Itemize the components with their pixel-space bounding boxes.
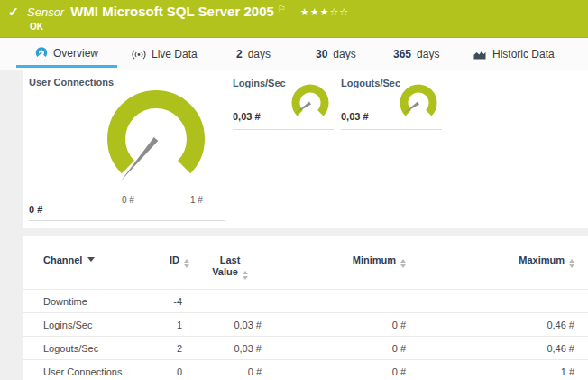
tab-historic-data[interactable]: Historic Data (473, 41, 555, 68)
tab-2-days[interactable]: 2 days (236, 41, 271, 68)
priority-flag-icon: ⚐ (278, 4, 286, 14)
mini-gauge-logouts-divider (341, 129, 442, 130)
tab-30-days-label: days (333, 48, 355, 60)
sort-icon (243, 271, 248, 280)
gauge-scale-min: 0 # (122, 195, 134, 205)
column-header-channel-label: Channel (43, 255, 82, 265)
stars-empty: ☆☆ (329, 6, 349, 17)
column-header-id-label: ID (170, 255, 179, 265)
cell-minimum: 0 # (271, 337, 415, 360)
sort-icon (184, 259, 189, 268)
page-title: WMI Microsoft SQL Server 2005 (70, 4, 274, 19)
channels-panel: Channel ID Last Value Minimum Maximum (23, 236, 588, 380)
sort-icon (569, 259, 574, 268)
sort-desc-icon (87, 257, 95, 262)
column-header-channel[interactable]: Channel (23, 246, 144, 290)
primary-gauge-divider (29, 220, 225, 221)
tab-365-days-label: days (417, 48, 439, 60)
table-row[interactable]: Logins/Sec 1 0,03 # 0 # 0,46 # (23, 313, 588, 337)
logouts-gauge (397, 83, 440, 123)
status-check-icon: ✓ (8, 5, 19, 19)
tab-2-days-number: 2 (236, 48, 243, 60)
mini-gauge-logins: Logins/Sec 0,03 # (233, 78, 334, 130)
cell-last-value: 0,03 # (189, 313, 271, 337)
mini-gauge-logins-divider (233, 129, 334, 130)
mini-gauge-logins-title: Logins/Sec (233, 78, 286, 88)
cell-maximum (415, 290, 588, 313)
cell-id: -4 (144, 290, 189, 313)
column-header-last-value[interactable]: Last Value (189, 246, 271, 290)
cell-minimum: 0 # (271, 360, 415, 380)
tab-live-data-label: Live Data (152, 48, 198, 60)
column-header-id[interactable]: ID (144, 246, 189, 290)
historic-data-icon (473, 49, 487, 60)
mini-gauge-logouts: Logouts/Sec 0,03 # (341, 78, 442, 130)
channels-table: Channel ID Last Value Minimum Maximum (23, 246, 588, 380)
logins-gauge (289, 83, 332, 123)
gauge-icon (35, 47, 48, 59)
cell-minimum (271, 290, 415, 313)
cell-id: 0 (144, 360, 189, 380)
cell-last-value: 0 # (189, 360, 271, 380)
live-data-icon (132, 49, 146, 60)
column-header-maximum[interactable]: Maximum (415, 246, 588, 290)
column-header-value-label: Value (212, 266, 238, 277)
table-header-row: Channel ID Last Value Minimum Maximum (23, 246, 588, 290)
mini-gauge-logouts-title: Logouts/Sec (341, 78, 400, 88)
tab-365-days-number: 365 (393, 48, 411, 60)
priority-stars[interactable]: ★★★☆☆ (300, 6, 349, 17)
sort-icon (400, 259, 406, 268)
tab-365-days[interactable]: 365 days (393, 41, 439, 68)
cell-id: 1 (144, 313, 189, 337)
cell-channel[interactable]: Logouts/Sec (23, 337, 144, 360)
cell-maximum: 0,46 # (415, 337, 588, 360)
cell-channel[interactable]: User Connections (23, 360, 144, 380)
column-header-minimum[interactable]: Minimum (271, 246, 415, 290)
tab-live-data[interactable]: Live Data (132, 41, 198, 68)
cell-channel[interactable]: Logins/Sec (23, 313, 144, 337)
table-row[interactable]: User Connections 0 0 # 0 # 1 # (23, 360, 588, 380)
column-header-maximum-label: Maximum (519, 255, 565, 265)
column-header-minimum-label: Minimum (353, 255, 396, 265)
column-header-last-label: Last (189, 255, 271, 266)
tab-30-days[interactable]: 30 days (316, 41, 356, 68)
mini-gauge-logouts-value: 0,03 # (341, 111, 369, 122)
cell-maximum: 1 # (415, 360, 588, 380)
table-row[interactable]: Downtime -4 (23, 290, 588, 313)
tab-2-days-label: days (248, 48, 271, 60)
cell-last-value (189, 290, 271, 313)
tab-historic-data-label: Historic Data (492, 48, 555, 60)
gauge-scale-max: 1 # (190, 195, 203, 205)
sensor-kind-label: Sensor (27, 5, 64, 19)
primary-gauge-value: 0 # (29, 204, 42, 215)
tab-overview[interactable]: Overview (16, 41, 117, 68)
stars-filled: ★★★ (300, 6, 330, 17)
cell-maximum: 0,46 # (415, 313, 588, 337)
cell-minimum: 0 # (271, 313, 415, 337)
cell-last-value: 0,03 # (189, 337, 271, 360)
cell-id: 2 (144, 337, 189, 360)
table-row[interactable]: Logouts/Sec 2 0,03 # 0 # 0,46 # (23, 337, 588, 360)
mini-gauge-logins-value: 0,03 # (233, 111, 261, 122)
status-badge: OK (30, 22, 43, 32)
sensor-status-bar: ✓ SensorWMI Microsoft SQL Server 2005⚐★★… (0, 0, 588, 38)
tab-bar: Overview Live Data 2 days 30 days 365 da… (0, 38, 588, 70)
sensor-title-line: SensorWMI Microsoft SQL Server 2005⚐★★★☆… (27, 4, 349, 20)
tab-overview-label: Overview (53, 47, 98, 60)
user-connections-gauge (102, 85, 210, 193)
cell-channel[interactable]: Downtime (23, 290, 144, 313)
tab-30-days-number: 30 (316, 48, 327, 60)
gauges-panel: User Connections 0 # 1 # 0 # Logins/Sec … (23, 70, 588, 228)
